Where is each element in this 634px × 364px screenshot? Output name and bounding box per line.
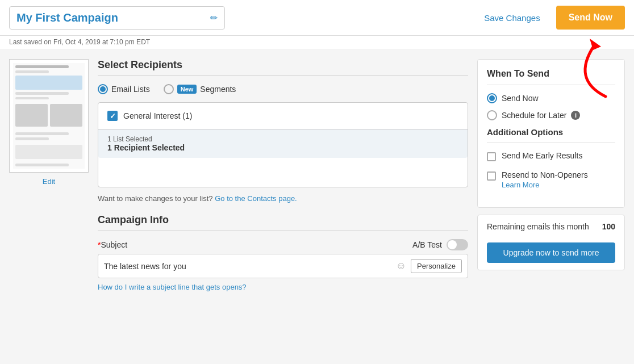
resend-label: Resend to Non-Openers: [502, 170, 588, 179]
subject-row: *Subject A/B Test: [98, 239, 468, 250]
campaign-info-title: Campaign Info: [98, 214, 468, 231]
subject-help-link[interactable]: How do I write a subject line that gets …: [98, 283, 247, 291]
segments-option[interactable]: New Segments: [164, 84, 236, 94]
schedule-option[interactable]: Schedule for Later i: [487, 110, 615, 120]
when-to-send-box: When To Send Send Now Schedule for Later…: [477, 59, 625, 208]
campaign-preview: [9, 59, 89, 173]
subject-label: Subject: [101, 240, 127, 249]
early-results-checkbox[interactable]: [487, 152, 496, 161]
main-content: Edit Select Recipients Email Lists New S…: [0, 50, 634, 300]
emoji-icon[interactable]: ☺: [396, 260, 406, 272]
schedule-label: Schedule for Later: [502, 111, 566, 120]
upgrade-button[interactable]: Upgrade now to send more: [487, 242, 615, 263]
contacts-note: Want to make changes to your list? Go to…: [98, 194, 468, 203]
recipient-selected: 1 Recipient Selected: [107, 143, 458, 152]
additional-options-title: Additional Options: [487, 127, 615, 143]
list-count: 1 List Selected: [107, 135, 458, 143]
subject-input-wrap: ☺ Personalize: [98, 254, 468, 278]
list-footer: 1 List Selected 1 Recipient Selected: [98, 129, 468, 158]
resend-checkbox[interactable]: [487, 171, 496, 181]
general-interest-label: General Interest (1): [123, 111, 192, 120]
email-lists-label: Email Lists: [111, 85, 150, 94]
remaining-label: Remaining emails this month: [487, 222, 589, 231]
save-changes-button[interactable]: Save Changes: [477, 9, 547, 27]
early-results-option[interactable]: Send Me Early Results: [487, 151, 615, 161]
left-panel: Edit: [9, 59, 89, 291]
remaining-count: 100: [602, 222, 615, 231]
campaign-info-section: Campaign Info *Subject A/B Test ☺ Person…: [98, 214, 468, 291]
new-badge: New: [177, 85, 197, 94]
campaign-title-box: My First Campaign ✏: [9, 6, 225, 30]
ab-test-toggle[interactable]: [447, 239, 468, 250]
send-now-option-label: Send Now: [502, 94, 539, 103]
segments-label: Segments: [200, 85, 236, 94]
contacts-page-link[interactable]: Go to the Contacts page.: [215, 194, 297, 203]
edit-pencil-icon[interactable]: ✏: [210, 12, 218, 23]
last-saved-text: Last saved on Fri, Oct 4, 2019 at 7:10 p…: [0, 36, 634, 50]
personalize-button[interactable]: Personalize: [411, 259, 462, 273]
ab-test-row: A/B Test: [412, 239, 468, 250]
select-recipients-title: Select Recipients: [98, 59, 468, 76]
footer-box: Remaining emails this month 100 Upgrade …: [477, 215, 625, 270]
send-now-radio[interactable]: [487, 93, 497, 103]
send-now-button[interactable]: Send Now: [556, 6, 625, 30]
learn-more-link[interactable]: Learn More: [502, 181, 588, 189]
recipient-type-row: Email Lists New Segments: [98, 84, 468, 94]
edit-link[interactable]: Edit: [9, 177, 89, 186]
send-now-option[interactable]: Send Now: [487, 93, 615, 103]
center-panel: Select Recipients Email Lists New Segmen…: [98, 59, 468, 291]
early-results-label: Send Me Early Results: [502, 151, 582, 160]
subject-label-wrap: *Subject: [98, 240, 127, 249]
check-mark-icon: ✓: [110, 112, 116, 120]
ab-test-label: A/B Test: [412, 240, 442, 249]
right-panel: When To Send Send Now Schedule for Later…: [477, 59, 625, 291]
subject-input[interactable]: [104, 262, 396, 271]
select-recipients-section: Select Recipients Email Lists New Segmen…: [98, 59, 468, 203]
campaign-title: My First Campaign: [16, 11, 206, 24]
top-bar-right: Save Changes Send Now: [477, 6, 625, 30]
resend-option[interactable]: Resend to Non-Openers Learn More: [487, 170, 615, 189]
list-box: ✓ General Interest (1) 1 List Selected 1…: [98, 102, 468, 187]
when-to-send-title: When To Send: [487, 69, 615, 85]
email-lists-radio[interactable]: [98, 84, 108, 94]
list-item-row[interactable]: ✓ General Interest (1): [98, 103, 468, 129]
general-interest-checkbox[interactable]: ✓: [107, 111, 118, 121]
email-lists-option[interactable]: Email Lists: [98, 84, 150, 94]
segments-radio[interactable]: [164, 84, 174, 94]
schedule-radio[interactable]: [487, 110, 497, 120]
schedule-info-icon[interactable]: i: [571, 111, 580, 120]
